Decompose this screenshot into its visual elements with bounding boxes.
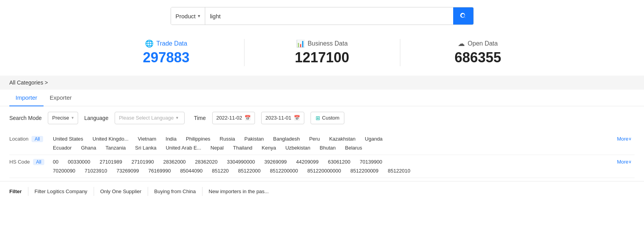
location-item[interactable]: Uzbekistan bbox=[281, 144, 315, 151]
hs-code-item[interactable]: 28362020 bbox=[190, 158, 222, 166]
location-item[interactable]: Nepal bbox=[206, 144, 229, 151]
location-item[interactable]: Kenya bbox=[257, 144, 281, 151]
custom-label: Custom bbox=[322, 115, 340, 121]
hs-code-item[interactable]: 8512200000 bbox=[265, 167, 302, 174]
hs-code-label: HS Code bbox=[9, 159, 30, 165]
location-item[interactable]: Kazakhstan bbox=[325, 135, 360, 143]
tab-exporter[interactable]: Exporter bbox=[44, 90, 78, 106]
hs-code-item[interactable]: 73269099 bbox=[112, 167, 144, 174]
location-item[interactable]: United States bbox=[48, 135, 88, 143]
location-item[interactable]: Belarus bbox=[340, 144, 367, 151]
location-item[interactable]: Pakistan bbox=[240, 135, 269, 143]
hs-code-row-1: 00 00330000 27101989 27101990 28362000 2… bbox=[48, 158, 614, 166]
business-data-label-row: 📊 Business Data bbox=[296, 39, 347, 48]
search-input[interactable] bbox=[205, 7, 453, 25]
location-more-link[interactable]: More ∨ bbox=[614, 135, 635, 143]
tabs-container: Importer Exporter bbox=[0, 90, 644, 106]
hs-code-item[interactable]: 27101990 bbox=[127, 158, 159, 166]
search-type-label: Product bbox=[176, 13, 196, 19]
chart-icon: 📊 bbox=[296, 39, 305, 48]
filter-buying-china[interactable]: Buying from China bbox=[148, 187, 202, 196]
table-section: Location All United States United Kingdo… bbox=[0, 130, 644, 178]
location-row-1: United States United Kingdo... Vietnam I… bbox=[48, 135, 614, 143]
search-icon bbox=[460, 12, 467, 19]
open-data-label: Open Data bbox=[468, 40, 497, 47]
location-item[interactable]: India bbox=[161, 135, 181, 143]
hs-code-item[interactable]: 28362000 bbox=[159, 158, 190, 166]
open-data-stat[interactable]: ☁ Open Data 686355 bbox=[400, 39, 556, 66]
filter-new-importers[interactable]: New importers in the pas... bbox=[202, 187, 275, 196]
language-placeholder: Please Select Language bbox=[119, 115, 174, 121]
hs-code-item[interactable]: 8512200009 bbox=[346, 167, 383, 174]
location-row-2: Ecuador Ghana Tanzania Sri Lanka United … bbox=[48, 144, 614, 151]
hs-code-more-link[interactable]: More ∨ bbox=[614, 158, 635, 166]
location-item[interactable]: Philippines bbox=[181, 135, 215, 143]
location-item[interactable]: Russia bbox=[215, 135, 240, 143]
date-from-picker[interactable]: 2022-11-02 📅 bbox=[212, 112, 255, 124]
location-item[interactable]: Ecuador bbox=[48, 144, 76, 151]
hs-code-row-2: 70200090 71023910 73269099 76169990 8504… bbox=[48, 167, 614, 174]
tab-importer-label: Importer bbox=[16, 94, 37, 101]
hs-code-item[interactable]: 70200090 bbox=[48, 167, 80, 174]
trade-data-label: Trade Data bbox=[156, 40, 187, 47]
search-mode-selector[interactable]: Precise ▾ bbox=[48, 112, 78, 124]
hs-code-item[interactable]: 71023910 bbox=[80, 167, 112, 174]
hs-code-item[interactable]: 70139900 bbox=[355, 158, 387, 166]
hs-code-item[interactable]: 85122000 bbox=[234, 167, 265, 174]
tab-importer[interactable]: Importer bbox=[9, 90, 44, 106]
location-all-badge[interactable]: All bbox=[31, 136, 43, 142]
categories-bar[interactable]: All Categories > bbox=[0, 76, 644, 90]
hs-code-row-group: HS Code All 00 00330000 27101989 2710199… bbox=[9, 155, 635, 178]
hs-code-item[interactable]: 27101989 bbox=[95, 158, 127, 166]
business-data-value: 1217100 bbox=[295, 49, 349, 66]
hs-code-item[interactable]: 00 bbox=[48, 158, 63, 166]
location-item[interactable]: Ghana bbox=[76, 144, 101, 151]
hs-code-item[interactable]: 3304990000 bbox=[222, 158, 260, 166]
language-label: Language bbox=[84, 115, 108, 121]
custom-icon: ⊞ bbox=[316, 115, 320, 121]
tab-exporter-label: Exporter bbox=[50, 94, 72, 101]
business-data-stat[interactable]: 📊 Business Data 1217100 bbox=[244, 39, 400, 66]
hs-code-all-badge[interactable]: All bbox=[33, 159, 44, 165]
trade-data-label-row: 🌐 Trade Data bbox=[145, 39, 187, 48]
location-item[interactable]: United Kingdo... bbox=[88, 135, 133, 143]
calendar-from-icon: 📅 bbox=[244, 115, 251, 121]
date-to-picker[interactable]: 2023-11-01 📅 bbox=[261, 112, 304, 124]
hs-code-item[interactable]: 00330000 bbox=[63, 158, 95, 166]
filter-one-supplier[interactable]: Only One Supplier bbox=[94, 187, 148, 196]
hs-code-item[interactable]: 63061200 bbox=[323, 158, 355, 166]
cloud-icon: ☁ bbox=[458, 39, 465, 48]
location-item[interactable]: Thailand bbox=[228, 144, 257, 151]
hs-code-item[interactable]: 851220 bbox=[207, 167, 233, 174]
location-item[interactable]: Sri Lanka bbox=[131, 144, 161, 151]
calendar-to-icon: 📅 bbox=[294, 115, 300, 121]
search-button[interactable] bbox=[453, 7, 473, 25]
location-item[interactable]: Bangladesh bbox=[269, 135, 305, 143]
location-item[interactable]: Peru bbox=[304, 135, 324, 143]
custom-button[interactable]: ⊞ Custom bbox=[311, 112, 345, 124]
location-item[interactable]: Bhutan bbox=[315, 144, 340, 151]
location-item[interactable]: United Arab E... bbox=[161, 144, 206, 151]
location-item[interactable]: Tanzania bbox=[101, 144, 130, 151]
hs-code-item[interactable]: 851220000000 bbox=[303, 167, 346, 174]
location-row-group: Location All United States United Kingdo… bbox=[9, 132, 635, 155]
trade-data-stat[interactable]: 🌐 Trade Data 297883 bbox=[89, 39, 244, 66]
search-type-chevron-icon: ▾ bbox=[198, 13, 200, 19]
search-mode-value: Precise bbox=[52, 115, 69, 121]
location-item[interactable]: Vietnam bbox=[133, 135, 161, 143]
open-data-label-row: ☁ Open Data bbox=[458, 39, 497, 48]
hs-code-item[interactable]: 85044090 bbox=[175, 167, 207, 174]
date-to-value: 2023-11-01 bbox=[265, 115, 291, 121]
search-type-selector[interactable]: Product ▾ bbox=[171, 7, 206, 25]
hs-code-item[interactable]: 76169990 bbox=[144, 167, 176, 174]
hs-code-item[interactable]: 85122010 bbox=[383, 167, 415, 174]
language-selector[interactable]: Please Select Language ▾ bbox=[115, 112, 185, 124]
filter-logistics-company[interactable]: Filter Logitics Company bbox=[28, 187, 94, 196]
location-label: Location bbox=[9, 136, 28, 142]
hs-code-content: 00 00330000 27101989 27101990 28362000 2… bbox=[48, 158, 614, 174]
categories-label: All Categories > bbox=[9, 79, 48, 86]
hs-code-item[interactable]: 39269099 bbox=[260, 158, 291, 166]
location-more-chevron-icon: ∨ bbox=[628, 136, 632, 141]
location-item[interactable]: Uganda bbox=[360, 135, 387, 143]
hs-code-item[interactable]: 44209099 bbox=[291, 158, 323, 166]
